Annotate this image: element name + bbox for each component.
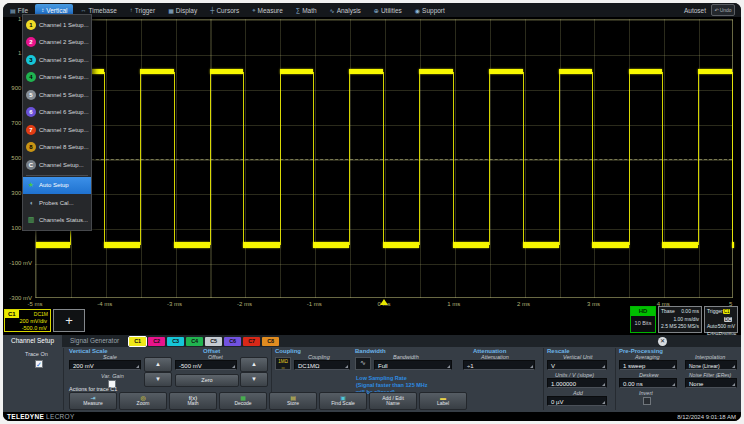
deskew-field[interactable]: 0.00 ns (619, 378, 677, 388)
invert-checkbox[interactable] (643, 397, 651, 405)
menu-measure[interactable]: ⌖Measure (246, 4, 289, 16)
menu-display[interactable]: ▦Display (162, 4, 203, 16)
plus-icon: + (65, 313, 73, 328)
waveform-high-segment (349, 69, 383, 74)
bandwidth-field[interactable]: Full (374, 360, 452, 370)
waveform-low-segment (453, 242, 489, 248)
trigger-descriptor-box[interactable]: Trigger C1 DC Auto 500 mV Edge Positive (704, 306, 738, 333)
c1-scale-readout: 200 mV/div (5, 318, 50, 325)
menu-cursors[interactable]: ┼Cursors (204, 4, 245, 16)
find-scale-label: Find Scale (331, 401, 355, 407)
menu-item-channel-c-setup[interactable]: CChannel Setup... (23, 156, 91, 174)
channel-8-icon: 8 (26, 142, 36, 152)
menu-item-channel-7-setup[interactable]: 7Channel 7 Setup... (23, 121, 91, 139)
waveform-high-segment (140, 69, 174, 74)
menu-item-label: Channel 8 Setup... (39, 144, 89, 150)
averaging-field[interactable]: 1 sweep (619, 360, 677, 370)
invert-label: Invert (639, 390, 653, 396)
menu-display-label: Display (176, 7, 197, 14)
attenuation-field[interactable]: ÷1 (463, 360, 535, 370)
trigger-coupling-badge: DC (724, 317, 733, 322)
decode-button[interactable]: ▦Decode (219, 392, 267, 410)
menu-analysis[interactable]: ∿Analysis (324, 4, 367, 16)
menu-item-channel-2-setup[interactable]: 2Channel 2 Setup... (23, 34, 91, 52)
menu-item-label: Auto Setup (39, 182, 69, 188)
trace-on-checkbox[interactable]: ✓ (35, 360, 43, 368)
trigger-time-marker[interactable] (380, 299, 388, 305)
channel-chip-c7[interactable]: C7 (243, 337, 260, 346)
scale-field[interactable]: 200 mV (69, 360, 141, 370)
menu-math[interactable]: ∑Math (290, 4, 323, 16)
timebase-samples: 2.5 MS (661, 323, 677, 331)
tab-signal-generator[interactable]: Signal Generator (62, 335, 127, 347)
offset-field[interactable]: -500 mV (175, 360, 237, 370)
timebase-rate: 250 MS/s (678, 323, 699, 331)
scale-decrease-button[interactable]: ▼ (144, 372, 172, 387)
autoset-button[interactable]: Autoset (684, 7, 706, 14)
channel-chip-c4[interactable]: C4 (186, 337, 203, 346)
menu-item-channel-6-setup[interactable]: 6Channel 6 Setup... (23, 104, 91, 122)
math-button[interactable]: f(x)Math (169, 392, 217, 410)
menu-item-label: Probes Cal... (39, 200, 74, 206)
waveform-high-segment (698, 69, 732, 74)
undo-autoset-button[interactable]: ↶ Undo (711, 4, 735, 16)
units-per-v-field[interactable]: 1.000000 (547, 378, 607, 388)
menu-item-channel-3-setup[interactable]: 3Channel 3 Setup... (23, 51, 91, 69)
menu-support[interactable]: ◉Support (409, 4, 451, 16)
menu-item-channel-4-setup[interactable]: 4Channel 4 Setup... (23, 69, 91, 87)
store-button[interactable]: ▤Store (269, 392, 317, 410)
offset-zero-button[interactable]: Zero (175, 374, 239, 387)
add-trace-button[interactable]: + (53, 309, 85, 332)
channel-chip-c8[interactable]: C8 (262, 337, 279, 346)
waveform-edge (453, 72, 454, 245)
offset-decrease-button[interactable]: ▼ (240, 372, 268, 387)
channel-chip-c5[interactable]: C5 (205, 337, 222, 346)
channel-setup-dialog: Channel SetupSignal GeneratorC1C2C3C4C5C… (3, 335, 741, 412)
math-label: Math (187, 401, 198, 407)
menu-support-label: Support (422, 7, 445, 14)
menu-bar-right: Autoset ↶ Undo (684, 4, 741, 16)
offset-increase-button[interactable]: ▲ (240, 357, 268, 372)
file-icon: ▤ (10, 7, 16, 14)
menu-item-channels-status[interactable]: ▥Channels Status... (23, 212, 91, 230)
waveform-edge (732, 72, 733, 245)
graticule[interactable] (35, 19, 733, 298)
channel-chip-c1[interactable]: C1 (129, 337, 146, 346)
measure-label: Measure (83, 401, 102, 407)
find-scale-button[interactable]: ▣Find Scale (319, 392, 367, 410)
menu-utilities[interactable]: ⊕Utilities (368, 4, 408, 16)
menu-item-probes-cal[interactable]: ◖Probes Cal... (23, 194, 91, 212)
c1-descriptor-box[interactable]: C1 DC1M 200 mV/div -500.0 mV (4, 309, 51, 332)
add-field[interactable]: 0 µV (547, 396, 607, 406)
channel-chip-c2[interactable]: C2 (148, 337, 165, 346)
waveform-edge (104, 72, 105, 245)
scale-increase-button[interactable]: ▲ (144, 357, 172, 372)
menu-item-channel-1-setup[interactable]: 1Channel 1 Setup... (23, 16, 91, 34)
channel-chip-c3[interactable]: C3 (167, 337, 184, 346)
vertical-unit-field[interactable]: V (547, 360, 607, 370)
channel-chip-c6[interactable]: C6 (224, 337, 241, 346)
waveform-edge (629, 72, 630, 245)
tab-channel-setup[interactable]: Channel Setup (3, 335, 62, 347)
add-edit-name-button[interactable]: Add / EditName (369, 392, 417, 410)
interpolation-field[interactable]: None (Linear) (685, 360, 737, 370)
menu-item-channel-8-setup[interactable]: 8Channel 8 Setup... (23, 139, 91, 157)
label-button[interactable]: ▬Label (419, 392, 467, 410)
c1-label: C1 (5, 310, 19, 318)
menu-item-auto-setup[interactable]: ★Auto Setup (23, 177, 91, 195)
menu-item-label: Channel Setup... (39, 162, 84, 168)
waveform-low-segment (243, 242, 279, 248)
hd-mode-box[interactable]: HD 10 Bits (630, 306, 656, 333)
measure-button[interactable]: ⇥Measure (69, 392, 117, 410)
utilities-icon: ⊕ (374, 7, 379, 14)
dialog-close-button[interactable]: ✕ (658, 337, 667, 346)
menu-trigger[interactable]: ↑Trigger (124, 4, 161, 16)
timebase-descriptor-box[interactable]: Tbase 0.00 ms 1.00 ms/div 2.5 MS 250 MS/… (658, 306, 702, 333)
menu-item-channel-5-setup[interactable]: 5Channel 5 Setup... (23, 86, 91, 104)
noise-filter-field[interactable]: None (685, 378, 737, 388)
waveform-low-segment (174, 242, 210, 248)
timebase-icon: ↔ (80, 7, 86, 13)
coupling-field[interactable]: DC1MΩ (294, 360, 350, 370)
zoom-button[interactable]: ◎Zoom (119, 392, 167, 410)
waveform-edge (419, 72, 420, 245)
